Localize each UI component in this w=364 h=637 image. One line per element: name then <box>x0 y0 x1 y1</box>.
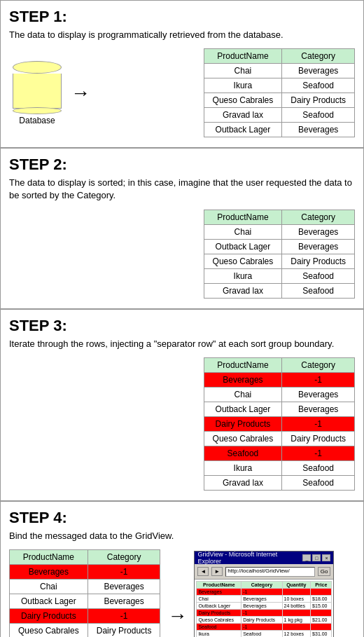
cell-category: Seafood <box>282 460 355 475</box>
cell-category: Seafood <box>282 283 355 298</box>
step1-section: STEP 1: The data to display is programma… <box>0 0 364 148</box>
cell-product: Chai <box>204 387 282 402</box>
cell-category: Beverages <box>282 224 355 239</box>
cell-category: Dairy Products <box>282 254 355 268</box>
step2-table: ProductName Category ChaiBeveragesOutbac… <box>204 210 355 299</box>
cell-category: -1 <box>282 372 355 387</box>
browser-go-btn[interactable]: Go <box>318 567 331 576</box>
step4-arrow-icon: → <box>167 605 187 627</box>
step2-title: STEP 2: <box>9 156 355 174</box>
cell-product: Beverages <box>10 564 88 579</box>
step4-table: ProductName Category Beverages-1ChaiBeve… <box>9 549 160 637</box>
cell-category: Dairy Products <box>282 93 355 108</box>
step4-col-product: ProductName <box>10 549 88 564</box>
browser-toolbar: ◄ ► http://localhost/GridView/ Go <box>195 564 333 580</box>
browser-table-row: Queso CabralesDairy Products1 kg pkg$21.… <box>197 617 332 624</box>
cell-category: Seafood <box>282 475 355 490</box>
arrow-icon: → <box>71 82 90 104</box>
step1-col-category: Category <box>282 49 355 64</box>
step4-section: STEP 4: Bind the messaged data to the Gr… <box>0 501 364 637</box>
table-row: Seafood-1 <box>204 446 354 460</box>
step4-desc: Bind the messaged data to the GridView. <box>9 530 355 542</box>
browser-table-row: IkuraSeafood12 boxes$31.00 <box>197 631 332 637</box>
cell-product: Queso Cabrales <box>204 254 282 268</box>
table-row: IkuraSeafood <box>204 268 354 283</box>
cell-product: Outback Lager <box>10 594 88 608</box>
step3-col-product: ProductName <box>204 357 282 372</box>
table-row: ChaiBeverages <box>204 224 354 239</box>
table-row: Queso CabralesDairy Products <box>10 623 160 637</box>
table-row: ChaiBeverages <box>10 579 160 594</box>
step1-table: ProductName Category ChaiBeveragesIkuraS… <box>204 48 355 137</box>
cell-category: -1 <box>88 608 160 623</box>
step4-col-category: Category <box>88 549 160 564</box>
table-row: Outback LagerBeverages <box>204 402 354 416</box>
table-row: ChaiBeverages <box>204 64 354 78</box>
step2-col-product: ProductName <box>204 210 282 224</box>
table-row: Outback LagerBeverages <box>204 123 354 137</box>
cell-product: Queso Cabrales <box>204 93 282 108</box>
browser-col-quant: Quantity <box>282 582 311 589</box>
cell-product: Chai <box>10 579 88 594</box>
cell-product: Gravad lax <box>204 283 282 298</box>
cell-category: -1 <box>282 416 355 431</box>
table-row: IkuraSeafood <box>204 78 354 93</box>
browser-back-btn[interactable]: ◄ <box>197 567 209 576</box>
browser-minimize-btn[interactable]: _ <box>302 554 311 561</box>
cell-product: Queso Cabrales <box>204 431 282 446</box>
table-row: IkuraSeafood <box>204 460 354 475</box>
browser-maximize-btn[interactable]: □ <box>312 554 321 561</box>
cell-product: Outback Lager <box>204 402 282 416</box>
step1-left: Database → <box>9 61 197 125</box>
cell-product: Ikura <box>204 268 282 283</box>
cell-product: Outback Lager <box>204 123 282 137</box>
browser-content: ProductName Category Quantity Price Beve… <box>195 580 333 637</box>
cell-category: Beverages <box>88 594 160 608</box>
cell-category: Beverages <box>282 123 355 137</box>
browser-close-btn[interactable]: × <box>322 554 330 561</box>
cell-product: Chai <box>204 224 282 239</box>
browser-col-cat: Category <box>241 582 282 589</box>
table-row: Queso CabralesDairy Products <box>204 93 354 108</box>
cell-category: Beverages <box>282 402 355 416</box>
step1-content: Database → ProductName Category ChaiBeve… <box>9 48 355 137</box>
browser-table-row: Dairy Products-1 <box>197 610 332 617</box>
cell-category: -1 <box>88 564 160 579</box>
step4-title: STEP 4: <box>9 509 355 527</box>
step2-col-category: Category <box>282 210 355 224</box>
cell-category: Seafood <box>282 78 355 93</box>
step1-desc: The data to display is programmatically … <box>9 29 355 41</box>
table-row: Dairy Products-1 <box>10 608 160 623</box>
cell-category: Beverages <box>282 239 355 254</box>
table-row: Queso CabralesDairy Products <box>204 254 354 268</box>
cell-category: Beverages <box>282 64 355 78</box>
step2-content: ProductName Category ChaiBeveragesOutbac… <box>9 210 355 299</box>
cell-product: Gravad lax <box>204 108 282 123</box>
browser-forward-btn[interactable]: ► <box>211 567 223 576</box>
table-row: Queso CabralesDairy Products <box>204 431 354 446</box>
cell-category: Dairy Products <box>88 623 160 637</box>
table-row: Gravad laxSeafood <box>204 108 354 123</box>
browser-mockup: GridView - Microsoft Internet Explorer _… <box>194 551 334 637</box>
step4-content: ProductName Category Beverages-1ChaiBeve… <box>9 549 355 637</box>
cell-category: Beverages <box>88 579 160 594</box>
table-row: Beverages-1 <box>204 372 354 387</box>
cell-category: Seafood <box>282 108 355 123</box>
step3-table: ProductName Category Beverages-1ChaiBeve… <box>204 357 355 491</box>
table-row: Dairy Products-1 <box>204 416 354 431</box>
browser-table-row: Outback LagerBeverages24 bottles$15.00 <box>197 603 332 610</box>
table-row: ChaiBeverages <box>204 387 354 402</box>
step3-content: ProductName Category Beverages-1ChaiBeve… <box>9 357 355 491</box>
table-row: Beverages-1 <box>10 564 160 579</box>
browser-table-row: Beverages-1 <box>197 589 332 596</box>
cell-product: Seafood <box>204 446 282 460</box>
table-row: Outback LagerBeverages <box>204 239 354 254</box>
step4-table-wrap: ProductName Category Beverages-1ChaiBeve… <box>9 549 160 637</box>
step1-title: STEP 1: <box>9 8 355 26</box>
cell-product: Ikura <box>204 78 282 93</box>
table-row: Gravad laxSeafood <box>204 283 354 298</box>
cell-category: Seafood <box>282 268 355 283</box>
cell-category: Dairy Products <box>282 431 355 446</box>
table-row: Gravad laxSeafood <box>204 475 354 490</box>
browser-address-bar[interactable]: http://localhost/GridView/ <box>225 567 314 577</box>
